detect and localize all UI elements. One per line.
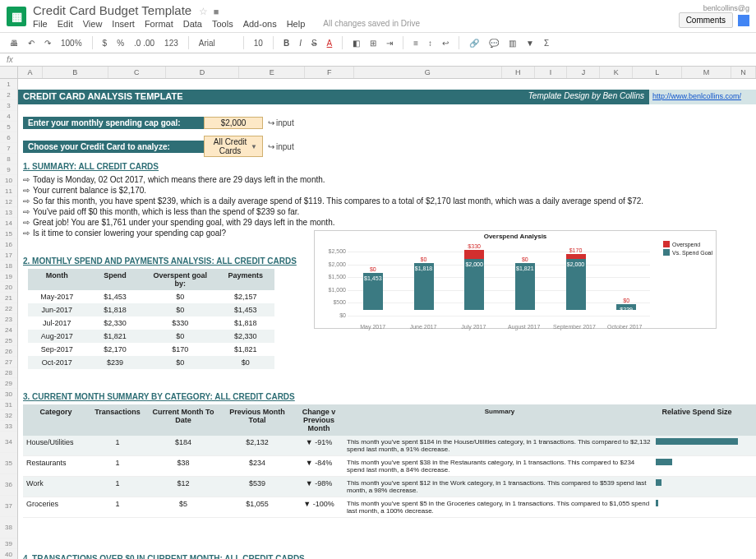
bullet-arrow-icon: ⇨ <box>23 186 30 195</box>
th-month: Month <box>28 269 86 290</box>
functions-icon[interactable]: Σ <box>541 37 552 49</box>
col-g[interactable]: G <box>354 67 502 78</box>
row-numbers: 1234567891011121314151617181920212223242… <box>0 79 18 559</box>
bullet-arrow-icon: ⇨ <box>23 229 30 238</box>
decimals-icon[interactable]: .0 .00 <box>131 37 158 49</box>
column-headers: A B C D E F G H I J K L M N <box>0 67 756 79</box>
summary-text: Today is Monday, 02 Oct 2017, which mean… <box>33 175 325 184</box>
card-value: All Credit Cards <box>210 137 251 155</box>
template-design: Template Design by Ben Collins <box>493 90 649 104</box>
col-a[interactable]: A <box>18 67 43 78</box>
goal-input[interactable]: $2,000 <box>204 117 263 129</box>
star-icon[interactable]: ☆ <box>199 6 208 17</box>
redo-icon[interactable]: ↷ <box>41 37 54 49</box>
menu-insert[interactable]: Insert <box>112 19 135 29</box>
comment-icon[interactable]: 💬 <box>486 37 502 49</box>
card-select[interactable]: All Credit Cards ▼ <box>204 136 263 157</box>
col-m[interactable]: M <box>682 67 731 78</box>
chart-icon[interactable]: ▥ <box>505 37 519 49</box>
col-h[interactable]: H <box>502 67 535 78</box>
print-icon[interactable]: 🖶 <box>7 37 21 49</box>
bullet-arrow-icon: ⇨ <box>23 196 30 206</box>
formula-bar[interactable]: fx <box>0 53 756 67</box>
menubar: File Edit View Insert Format Data Tools … <box>33 19 672 29</box>
link-icon[interactable]: 🔗 <box>466 37 482 49</box>
italic-icon[interactable]: I <box>296 37 305 49</box>
col-j[interactable]: J <box>567 67 600 78</box>
col-c[interactable]: C <box>108 67 166 78</box>
wrap-icon[interactable]: ↩ <box>439 37 452 49</box>
summary-text: Great job! You are $1,761 under your spe… <box>33 218 334 227</box>
goal-input-row: Enter your monthly spending cap goal: $2… <box>23 117 756 129</box>
share-button[interactable] <box>738 15 749 26</box>
undo-icon[interactable]: ↶ <box>25 37 38 49</box>
borders-icon[interactable]: ⊞ <box>366 37 380 49</box>
monthly-table: Month Spend Overspent goal by: Payments … <box>28 269 274 369</box>
col-e[interactable]: E <box>239 67 305 78</box>
th-payments: Payments <box>216 269 274 290</box>
col-f[interactable]: F <box>305 67 354 78</box>
menu-data[interactable]: Data <box>183 19 202 29</box>
sheet-content: CREDIT CARD ANALYSIS TEMPLATE Template D… <box>18 79 756 559</box>
menu-edit[interactable]: Edit <box>58 19 73 29</box>
author-link[interactable]: http://www.benlcollins.com/ <box>652 92 741 100</box>
halign-icon[interactable]: ≡ <box>410 37 422 49</box>
menu-file[interactable]: File <box>33 19 48 29</box>
col-l[interactable]: L <box>633 67 682 78</box>
table-row: Groceries1$5$1,055▼ -100%This month you'… <box>23 497 756 518</box>
goal-label: Enter your monthly spending cap goal: <box>23 117 204 129</box>
overspend-chart: Overspend Analysis $0$500$1,000$1,500$2,… <box>314 230 717 329</box>
format-123-icon[interactable]: 123 <box>161 37 182 49</box>
font-select[interactable]: Arial <box>196 37 237 49</box>
fontsize-select[interactable]: 10 <box>251 37 266 49</box>
arrow-icon: ↪ <box>268 118 274 127</box>
bullet-arrow-icon: ⇨ <box>23 175 30 184</box>
menu-tools[interactable]: Tools <box>212 19 233 29</box>
fx-icon: fx <box>7 55 13 64</box>
percent-icon[interactable]: % <box>113 37 127 49</box>
zoom-select[interactable]: 100% <box>58 37 85 49</box>
textcolor-icon[interactable]: A <box>324 37 336 49</box>
arrow-icon: ↪ <box>268 142 274 151</box>
fillcolor-icon[interactable]: ◧ <box>349 37 363 49</box>
title-banner: CREDIT CARD ANALYSIS TEMPLATE Template D… <box>18 90 756 104</box>
bullet-arrow-icon: ⇨ <box>23 218 30 227</box>
th-change: Change v Previous Month <box>294 404 343 436</box>
table-row: Jul-2017$2,330$330$1,818 <box>28 316 274 330</box>
legend-swatch-goal <box>663 249 670 256</box>
menu-help[interactable]: Help <box>287 19 306 29</box>
table-row: Restaurants1$38$234▼ -84%This month you'… <box>23 456 756 477</box>
doc-title[interactable]: Credit Card Budget Template <box>33 3 191 17</box>
merge-icon[interactable]: ⇥ <box>383 37 396 49</box>
bold-icon[interactable]: B <box>280 37 293 49</box>
col-n[interactable]: N <box>731 67 756 78</box>
user-email: benlcollins@g <box>672 4 749 12</box>
col-d[interactable]: D <box>166 67 240 78</box>
valign-icon[interactable]: ↕ <box>425 37 436 49</box>
section3-header: 3. CURRENT MONTH SUMMARY BY CATEGORY: AL… <box>18 389 756 404</box>
legend-overspend: Overspend <box>672 242 700 247</box>
col-b[interactable]: B <box>43 67 108 78</box>
section1-header: 1. SUMMARY: ALL CREDIT CARDS <box>18 159 756 174</box>
col-i[interactable]: I <box>535 67 568 78</box>
th-relsize: Relative Spend Size <box>656 404 738 436</box>
menu-addons[interactable]: Add-ons <box>243 19 277 29</box>
currency-icon[interactable]: $ <box>99 37 111 49</box>
title-area: Credit Card Budget Template ☆ ■ File Edi… <box>33 3 672 29</box>
th-overspent: Overspent goal by: <box>144 269 216 290</box>
menu-format[interactable]: Format <box>145 19 173 29</box>
th-summary: Summary <box>343 404 656 436</box>
summary-text: Is it time to consier lowering your spen… <box>33 229 226 238</box>
summary-text: So far this month, you have spent $239, … <box>33 196 643 206</box>
comments-button[interactable]: Comments <box>679 12 733 28</box>
filter-icon[interactable]: ▼ <box>523 37 537 49</box>
menu-view[interactable]: View <box>83 19 103 29</box>
col-k[interactable]: K <box>600 67 633 78</box>
strike-icon[interactable]: S <box>308 37 320 49</box>
card-hint: input <box>276 142 294 151</box>
folder-icon[interactable]: ■ <box>214 7 219 16</box>
chart-legend: Overspend Vs. Spend Goal <box>663 241 712 257</box>
save-status: All changes saved in Drive <box>323 19 420 29</box>
summary-text: Your current balance is $2,170. <box>33 186 146 195</box>
table-row: Aug-2017$1,821$0$2,330 <box>28 330 274 343</box>
